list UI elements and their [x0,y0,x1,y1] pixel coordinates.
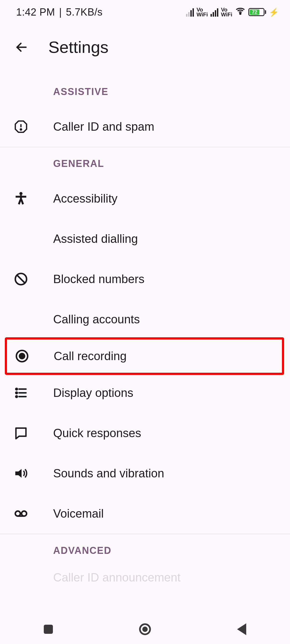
item-label: Display options [53,386,133,400]
app-bar: Settings [0,24,290,75]
page-title: Settings [48,38,108,57]
svg-point-14 [16,388,17,390]
item-display-options[interactable]: Display options [0,373,290,413]
item-caller-id-and-spam[interactable]: Caller ID and spam [0,107,290,147]
vowifi-sim2-icon: VoWiFi [221,7,232,17]
system-nav-bar [0,614,290,644]
back-button[interactable] [13,39,30,55]
item-label: Calling accounts [53,313,140,326]
status-time: 1:42 PM [16,6,55,18]
svg-rect-9 [21,200,24,204]
svg-point-13 [20,354,25,359]
item-sounds-and-vibration[interactable]: Sounds and vibration [0,453,290,493]
signal-strength-sim2-icon [211,8,218,17]
accessibility-icon [13,191,28,206]
item-caller-id-announcement[interactable]: Caller ID announcement [0,565,290,590]
battery-percent: 72 [250,9,259,15]
battery-icon: 72 [248,8,266,16]
alert-octagon-icon [13,119,28,134]
item-assisted-dialling[interactable]: Assisted dialling [0,219,290,259]
item-label: Blocked numbers [53,272,144,286]
arrow-left-icon [15,41,28,54]
item-label: Accessibility [53,192,118,205]
block-icon [13,272,28,287]
vowifi-sim1-icon: VoWiFi [197,7,208,17]
section-advanced: ADVANCED [0,534,290,565]
item-label: Quick responses [53,426,141,440]
svg-rect-8 [18,200,21,204]
message-icon [13,426,28,441]
voicemail-icon [13,506,28,521]
item-voicemail[interactable]: Voicemail [0,493,290,534]
status-net-rate: 5.7KB/s [66,6,103,18]
nav-back-button[interactable] [231,619,252,640]
svg-point-18 [16,396,17,397]
triangle-left-icon [237,623,246,635]
svg-line-11 [17,275,25,283]
item-label: Assisted dialling [53,232,138,246]
item-quick-responses[interactable]: Quick responses [0,413,290,453]
svg-point-0 [240,13,241,14]
list-icon [13,385,28,400]
status-right: VoWiFi VoWiFi 72 ⚡ [186,6,279,19]
item-blocked-numbers[interactable]: Blocked numbers [0,259,290,299]
svg-point-16 [16,392,17,394]
item-label: Sounds and vibration [53,467,164,480]
svg-point-4 [20,129,22,130]
square-icon [44,625,53,634]
svg-marker-20 [15,469,21,478]
status-time-net: 1:42 PM | 5.7KB/s [16,6,103,18]
volume-icon [13,466,28,481]
item-call-recording[interactable]: Call recording [5,337,284,375]
signal-strength-sim1-icon [186,8,194,17]
status-bar: 1:42 PM | 5.7KB/s VoWiFi VoWiFi 72 ⚡ [0,0,290,24]
nav-recent-button[interactable] [38,619,59,640]
nav-home-button[interactable] [134,619,156,640]
section-general: GENERAL [0,147,290,178]
svg-point-22 [21,511,27,516]
svg-point-21 [15,511,20,516]
record-icon [15,349,30,364]
svg-point-5 [20,192,22,195]
item-label: Voicemail [53,507,104,520]
svg-rect-7 [16,196,26,197]
circle-icon [139,623,151,635]
item-label: Call recording [54,349,126,363]
wifi-icon [235,6,246,19]
item-calling-accounts[interactable]: Calling accounts [0,299,290,339]
charging-icon: ⚡ [269,8,279,17]
item-accessibility[interactable]: Accessibility [0,178,290,219]
section-assistive: ASSISTIVE [0,75,290,107]
item-label: Caller ID announcement [53,571,180,584]
item-label: Caller ID and spam [53,120,154,133]
